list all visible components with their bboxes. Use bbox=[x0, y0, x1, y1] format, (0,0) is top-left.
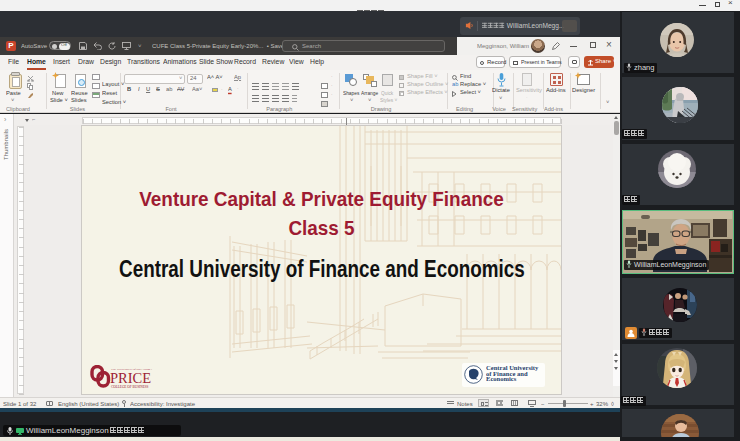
svg-text:COLLEGE OF BUSINESS: COLLEGE OF BUSINESS bbox=[111, 385, 149, 389]
svg-text:PRICE: PRICE bbox=[110, 370, 151, 386]
